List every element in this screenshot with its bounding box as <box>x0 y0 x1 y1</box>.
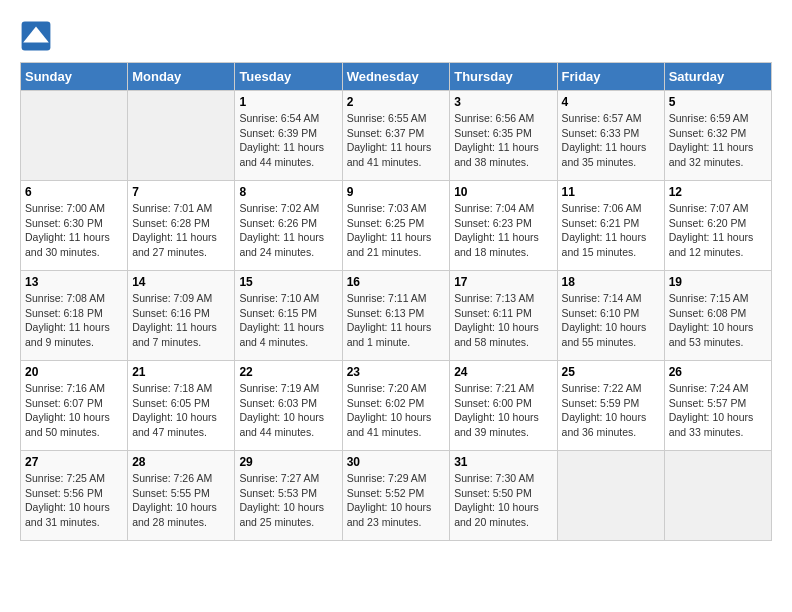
day-info: Sunrise: 7:24 AM Sunset: 5:57 PM Dayligh… <box>669 381 767 440</box>
day-cell: 24Sunrise: 7:21 AM Sunset: 6:00 PM Dayli… <box>450 361 557 451</box>
day-info: Sunrise: 7:01 AM Sunset: 6:28 PM Dayligh… <box>132 201 230 260</box>
day-cell: 12Sunrise: 7:07 AM Sunset: 6:20 PM Dayli… <box>664 181 771 271</box>
day-cell: 20Sunrise: 7:16 AM Sunset: 6:07 PM Dayli… <box>21 361 128 451</box>
day-info: Sunrise: 7:13 AM Sunset: 6:11 PM Dayligh… <box>454 291 552 350</box>
week-row-5: 27Sunrise: 7:25 AM Sunset: 5:56 PM Dayli… <box>21 451 772 541</box>
day-number: 18 <box>562 275 660 289</box>
day-cell: 5Sunrise: 6:59 AM Sunset: 6:32 PM Daylig… <box>664 91 771 181</box>
day-info: Sunrise: 7:30 AM Sunset: 5:50 PM Dayligh… <box>454 471 552 530</box>
day-cell: 29Sunrise: 7:27 AM Sunset: 5:53 PM Dayli… <box>235 451 342 541</box>
day-info: Sunrise: 7:11 AM Sunset: 6:13 PM Dayligh… <box>347 291 446 350</box>
day-cell: 10Sunrise: 7:04 AM Sunset: 6:23 PM Dayli… <box>450 181 557 271</box>
day-number: 23 <box>347 365 446 379</box>
day-info: Sunrise: 7:02 AM Sunset: 6:26 PM Dayligh… <box>239 201 337 260</box>
day-info: Sunrise: 7:18 AM Sunset: 6:05 PM Dayligh… <box>132 381 230 440</box>
day-number: 4 <box>562 95 660 109</box>
day-cell: 16Sunrise: 7:11 AM Sunset: 6:13 PM Dayli… <box>342 271 450 361</box>
col-header-thursday: Thursday <box>450 63 557 91</box>
day-number: 14 <box>132 275 230 289</box>
day-cell: 31Sunrise: 7:30 AM Sunset: 5:50 PM Dayli… <box>450 451 557 541</box>
day-number: 25 <box>562 365 660 379</box>
day-number: 21 <box>132 365 230 379</box>
day-number: 5 <box>669 95 767 109</box>
day-cell: 6Sunrise: 7:00 AM Sunset: 6:30 PM Daylig… <box>21 181 128 271</box>
col-header-sunday: Sunday <box>21 63 128 91</box>
day-cell: 17Sunrise: 7:13 AM Sunset: 6:11 PM Dayli… <box>450 271 557 361</box>
day-cell <box>664 451 771 541</box>
day-number: 2 <box>347 95 446 109</box>
day-info: Sunrise: 7:20 AM Sunset: 6:02 PM Dayligh… <box>347 381 446 440</box>
day-info: Sunrise: 6:59 AM Sunset: 6:32 PM Dayligh… <box>669 111 767 170</box>
day-cell: 26Sunrise: 7:24 AM Sunset: 5:57 PM Dayli… <box>664 361 771 451</box>
day-number: 1 <box>239 95 337 109</box>
day-info: Sunrise: 7:29 AM Sunset: 5:52 PM Dayligh… <box>347 471 446 530</box>
day-cell: 30Sunrise: 7:29 AM Sunset: 5:52 PM Dayli… <box>342 451 450 541</box>
day-info: Sunrise: 7:10 AM Sunset: 6:15 PM Dayligh… <box>239 291 337 350</box>
page-header <box>20 20 772 52</box>
day-number: 10 <box>454 185 552 199</box>
day-info: Sunrise: 7:06 AM Sunset: 6:21 PM Dayligh… <box>562 201 660 260</box>
day-cell: 25Sunrise: 7:22 AM Sunset: 5:59 PM Dayli… <box>557 361 664 451</box>
calendar-table: SundayMondayTuesdayWednesdayThursdayFrid… <box>20 62 772 541</box>
day-info: Sunrise: 7:03 AM Sunset: 6:25 PM Dayligh… <box>347 201 446 260</box>
day-cell: 13Sunrise: 7:08 AM Sunset: 6:18 PM Dayli… <box>21 271 128 361</box>
day-cell: 18Sunrise: 7:14 AM Sunset: 6:10 PM Dayli… <box>557 271 664 361</box>
day-number: 29 <box>239 455 337 469</box>
day-number: 30 <box>347 455 446 469</box>
day-info: Sunrise: 7:15 AM Sunset: 6:08 PM Dayligh… <box>669 291 767 350</box>
day-number: 31 <box>454 455 552 469</box>
day-cell: 21Sunrise: 7:18 AM Sunset: 6:05 PM Dayli… <box>128 361 235 451</box>
day-cell: 22Sunrise: 7:19 AM Sunset: 6:03 PM Dayli… <box>235 361 342 451</box>
day-cell: 1Sunrise: 6:54 AM Sunset: 6:39 PM Daylig… <box>235 91 342 181</box>
col-header-saturday: Saturday <box>664 63 771 91</box>
logo-icon <box>20 20 52 52</box>
day-number: 15 <box>239 275 337 289</box>
week-row-4: 20Sunrise: 7:16 AM Sunset: 6:07 PM Dayli… <box>21 361 772 451</box>
day-info: Sunrise: 6:56 AM Sunset: 6:35 PM Dayligh… <box>454 111 552 170</box>
day-cell: 23Sunrise: 7:20 AM Sunset: 6:02 PM Dayli… <box>342 361 450 451</box>
day-number: 19 <box>669 275 767 289</box>
day-info: Sunrise: 7:27 AM Sunset: 5:53 PM Dayligh… <box>239 471 337 530</box>
day-number: 9 <box>347 185 446 199</box>
col-header-friday: Friday <box>557 63 664 91</box>
day-number: 17 <box>454 275 552 289</box>
day-cell: 7Sunrise: 7:01 AM Sunset: 6:28 PM Daylig… <box>128 181 235 271</box>
day-info: Sunrise: 7:25 AM Sunset: 5:56 PM Dayligh… <box>25 471 123 530</box>
col-header-monday: Monday <box>128 63 235 91</box>
day-cell: 8Sunrise: 7:02 AM Sunset: 6:26 PM Daylig… <box>235 181 342 271</box>
week-row-1: 1Sunrise: 6:54 AM Sunset: 6:39 PM Daylig… <box>21 91 772 181</box>
day-number: 28 <box>132 455 230 469</box>
day-number: 8 <box>239 185 337 199</box>
day-info: Sunrise: 7:21 AM Sunset: 6:00 PM Dayligh… <box>454 381 552 440</box>
logo <box>20 20 56 52</box>
day-cell: 15Sunrise: 7:10 AM Sunset: 6:15 PM Dayli… <box>235 271 342 361</box>
day-info: Sunrise: 7:04 AM Sunset: 6:23 PM Dayligh… <box>454 201 552 260</box>
day-cell: 2Sunrise: 6:55 AM Sunset: 6:37 PM Daylig… <box>342 91 450 181</box>
day-number: 22 <box>239 365 337 379</box>
day-info: Sunrise: 7:19 AM Sunset: 6:03 PM Dayligh… <box>239 381 337 440</box>
day-cell: 14Sunrise: 7:09 AM Sunset: 6:16 PM Dayli… <box>128 271 235 361</box>
day-number: 11 <box>562 185 660 199</box>
week-row-3: 13Sunrise: 7:08 AM Sunset: 6:18 PM Dayli… <box>21 271 772 361</box>
day-info: Sunrise: 6:55 AM Sunset: 6:37 PM Dayligh… <box>347 111 446 170</box>
day-number: 3 <box>454 95 552 109</box>
day-number: 27 <box>25 455 123 469</box>
day-number: 12 <box>669 185 767 199</box>
day-info: Sunrise: 6:54 AM Sunset: 6:39 PM Dayligh… <box>239 111 337 170</box>
day-cell: 4Sunrise: 6:57 AM Sunset: 6:33 PM Daylig… <box>557 91 664 181</box>
day-info: Sunrise: 7:07 AM Sunset: 6:20 PM Dayligh… <box>669 201 767 260</box>
day-cell: 19Sunrise: 7:15 AM Sunset: 6:08 PM Dayli… <box>664 271 771 361</box>
day-cell: 11Sunrise: 7:06 AM Sunset: 6:21 PM Dayli… <box>557 181 664 271</box>
day-number: 26 <box>669 365 767 379</box>
day-number: 6 <box>25 185 123 199</box>
day-cell <box>128 91 235 181</box>
day-cell: 9Sunrise: 7:03 AM Sunset: 6:25 PM Daylig… <box>342 181 450 271</box>
day-info: Sunrise: 7:16 AM Sunset: 6:07 PM Dayligh… <box>25 381 123 440</box>
day-info: Sunrise: 7:22 AM Sunset: 5:59 PM Dayligh… <box>562 381 660 440</box>
day-info: Sunrise: 7:26 AM Sunset: 5:55 PM Dayligh… <box>132 471 230 530</box>
day-cell: 28Sunrise: 7:26 AM Sunset: 5:55 PM Dayli… <box>128 451 235 541</box>
week-row-2: 6Sunrise: 7:00 AM Sunset: 6:30 PM Daylig… <box>21 181 772 271</box>
day-cell: 27Sunrise: 7:25 AM Sunset: 5:56 PM Dayli… <box>21 451 128 541</box>
day-info: Sunrise: 7:14 AM Sunset: 6:10 PM Dayligh… <box>562 291 660 350</box>
day-cell <box>21 91 128 181</box>
